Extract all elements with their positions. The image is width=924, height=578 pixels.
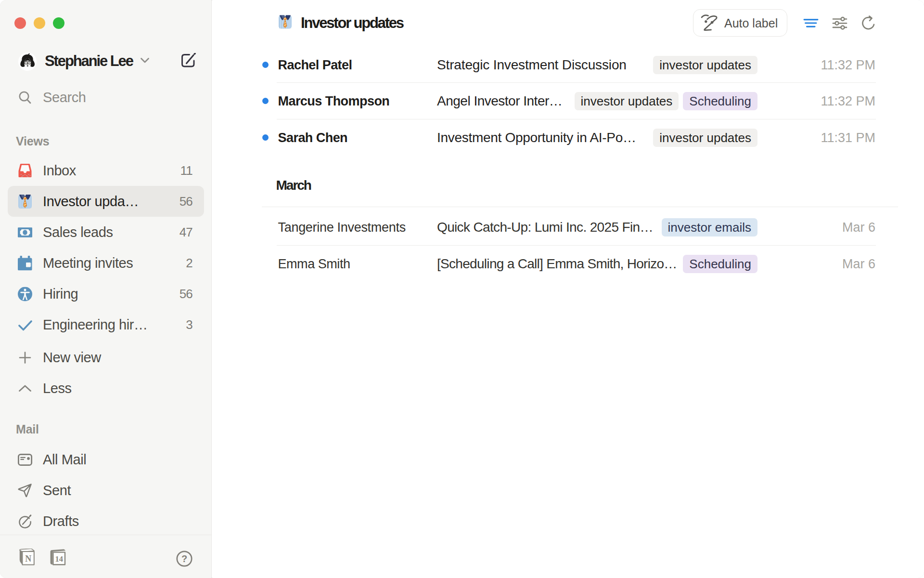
svg-text:14: 14 bbox=[55, 554, 64, 564]
svg-text:?: ? bbox=[181, 553, 187, 564]
svg-text:N: N bbox=[25, 554, 31, 564]
